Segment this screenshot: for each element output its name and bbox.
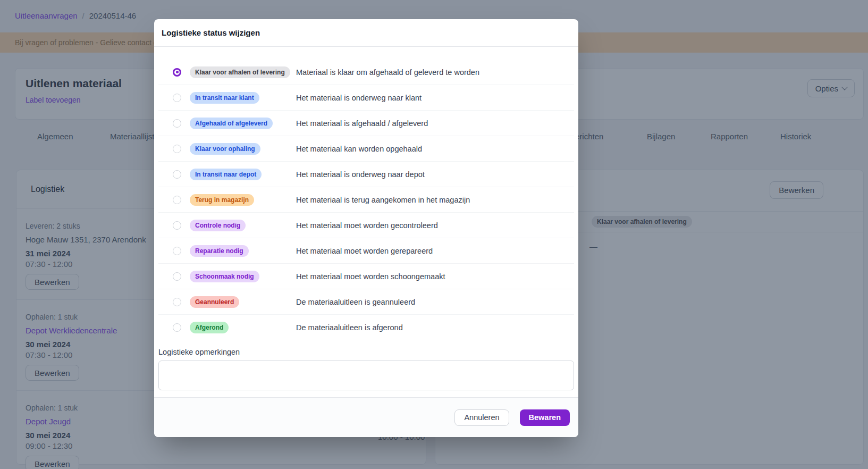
radio-button[interactable] (173, 170, 181, 179)
status-description: Het materiaal is onderweg naar klant (296, 94, 422, 102)
status-badge: Controle nodig (190, 220, 246, 231)
status-description: Het materiaal moet worden schoongemaakt (296, 272, 445, 281)
radio-button[interactable] (173, 221, 181, 230)
status-option-left: In transit naar klant (173, 92, 296, 104)
status-badge: Terug in magazijn (190, 194, 254, 206)
status-option-left: Klaar voor afhalen of levering (173, 66, 296, 78)
status-option-row[interactable]: Terug in magazijnHet materiaal is terug … (158, 187, 574, 213)
status-badge: In transit naar klant (190, 92, 259, 104)
status-description: Het materiaal kan worden opgehaald (296, 145, 422, 153)
status-badge: Reparatie nodig (190, 245, 249, 257)
status-description: Het materiaal moet worden gerepareerd (296, 247, 433, 255)
status-option-row[interactable]: Klaar voor ophalingHet materiaal kan wor… (158, 136, 574, 162)
modal-header: Logistieke status wijzigen (154, 19, 578, 47)
notes-label: Logistieke opmerkingen (154, 348, 578, 356)
radio-button[interactable] (173, 145, 181, 153)
status-badge: Klaar voor afhalen of levering (190, 66, 290, 78)
status-option-left: Afgerond (173, 322, 296, 333)
status-option-row[interactable]: Reparatie nodigHet materiaal moet worden… (158, 238, 574, 264)
save-button[interactable]: Bewaren (520, 409, 570, 426)
status-description: De materiaaluitleen is afgerond (296, 323, 403, 332)
status-description: Het materiaal moet worden gecontroleerd (296, 221, 438, 230)
radio-button[interactable] (173, 323, 181, 332)
status-description: Het materiaal is afgehaald / afgeleverd (296, 119, 428, 128)
status-option-row[interactable]: Schoonmaak nodigHet materiaal moet worde… (158, 264, 574, 289)
radio-button[interactable] (173, 247, 181, 255)
status-option-row[interactable]: GeannuleerdDe materiaaluitleen is geannu… (158, 289, 574, 315)
notes-textarea[interactable] (158, 361, 574, 390)
modal-footer: Annuleren Bewaren (154, 397, 578, 437)
status-option-row[interactable]: Klaar voor afhalen of leveringMateriaal … (158, 60, 574, 85)
status-description: Materiaal is klaar om afgehaald of gelev… (296, 68, 479, 77)
radio-button[interactable] (173, 196, 181, 204)
status-option-left: In transit naar depot (173, 169, 296, 180)
status-description: De materiaaluitleen is geannuleerd (296, 298, 415, 306)
status-badge: Schoonmaak nodig (190, 271, 259, 282)
status-option-row[interactable]: Controle nodigHet materiaal moet worden … (158, 213, 574, 238)
radio-button[interactable] (173, 298, 181, 306)
status-option-row[interactable]: In transit naar depotHet materiaal is on… (158, 162, 574, 187)
status-option-left: Afgehaald of afgeleverd (173, 118, 296, 129)
status-badge: Afgerond (190, 322, 229, 333)
status-badge: Klaar voor ophaling (190, 143, 260, 155)
status-options-list: Klaar voor afhalen of leveringMateriaal … (154, 47, 578, 340)
status-badge: Geannuleerd (190, 296, 239, 308)
radio-button[interactable] (173, 94, 181, 102)
status-option-left: Terug in magazijn (173, 194, 296, 206)
status-description: Het materiaal is terug aangekomen in het… (296, 196, 470, 204)
status-option-left: Geannuleerd (173, 296, 296, 308)
radio-button[interactable] (173, 272, 181, 281)
status-option-row[interactable]: In transit naar klantHet materiaal is on… (158, 85, 574, 111)
modal-title: Logistieke status wijzigen (162, 28, 260, 37)
modal-dialog: Logistieke status wijzigen Klaar voor af… (154, 19, 578, 437)
cancel-button[interactable]: Annuleren (454, 409, 509, 426)
status-option-left: Klaar voor ophaling (173, 143, 296, 155)
status-description: Het materiaal is onderweg naar depot (296, 170, 425, 179)
radio-button[interactable] (173, 119, 181, 128)
status-option-row[interactable]: AfgerondDe materiaaluitleen is afgerond (158, 315, 574, 340)
radio-button[interactable] (173, 68, 181, 77)
status-option-left: Schoonmaak nodig (173, 271, 296, 282)
status-option-left: Reparatie nodig (173, 245, 296, 257)
status-badge: Afgehaald of afgeleverd (190, 118, 273, 129)
status-option-row[interactable]: Afgehaald of afgeleverdHet materiaal is … (158, 111, 574, 136)
status-option-left: Controle nodig (173, 220, 296, 231)
status-badge: In transit naar depot (190, 169, 262, 180)
